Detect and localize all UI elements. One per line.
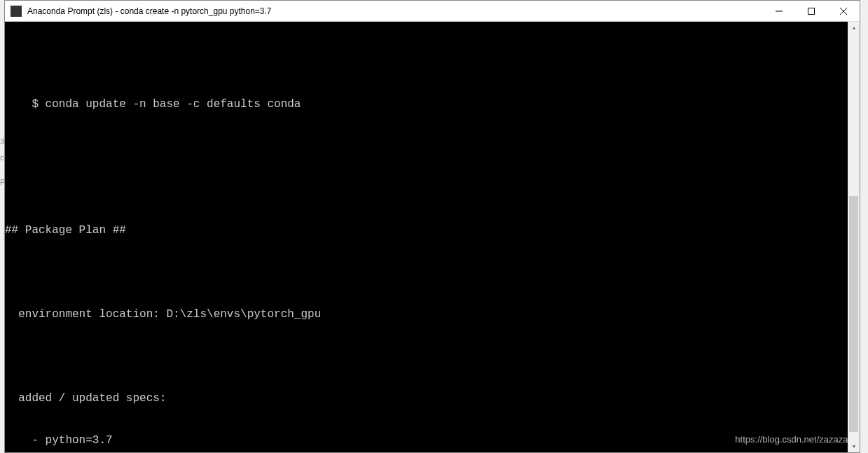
- scroll-track[interactable]: [848, 34, 860, 440]
- app-icon: [11, 6, 22, 17]
- terminal-line: added / updated specs:: [5, 391, 860, 405]
- terminal-line: [5, 139, 860, 153]
- terminal-window: Anaconda Prompt (zls) - conda create -n …: [4, 0, 860, 453]
- terminal-line: [5, 265, 860, 279]
- svg-rect-1: [808, 8, 815, 14]
- window-title: Anaconda Prompt (zls) - conda create -n …: [27, 6, 763, 16]
- close-button[interactable]: [827, 1, 860, 21]
- minimize-button[interactable]: [763, 1, 795, 21]
- terminal-line: [5, 55, 860, 69]
- terminal-content: $ conda update -n base -c defaults conda…: [5, 22, 860, 452]
- vertical-scrollbar[interactable]: ▴ ▾: [848, 22, 860, 452]
- terminal-line: [5, 181, 860, 195]
- watermark-text: https://blog.csdn.net/zazazav: [735, 433, 853, 447]
- window-controls: [763, 1, 860, 21]
- terminal-line: environment location: D:\zls\envs\pytorc…: [5, 307, 860, 321]
- titlebar[interactable]: Anaconda Prompt (zls) - conda create -n …: [5, 1, 860, 22]
- terminal-line: ## Package Plan ##: [5, 223, 860, 237]
- terminal-body[interactable]: $ conda update -n base -c defaults conda…: [5, 22, 860, 452]
- scroll-up-arrow[interactable]: ▴: [848, 22, 860, 34]
- scroll-thumb[interactable]: [849, 196, 858, 432]
- terminal-line: - python=3.7: [5, 433, 860, 447]
- scroll-down-arrow[interactable]: ▾: [848, 440, 860, 452]
- terminal-line: $ conda update -n base -c defaults conda: [5, 97, 860, 111]
- maximize-button[interactable]: [795, 1, 827, 21]
- terminal-line: [5, 349, 860, 363]
